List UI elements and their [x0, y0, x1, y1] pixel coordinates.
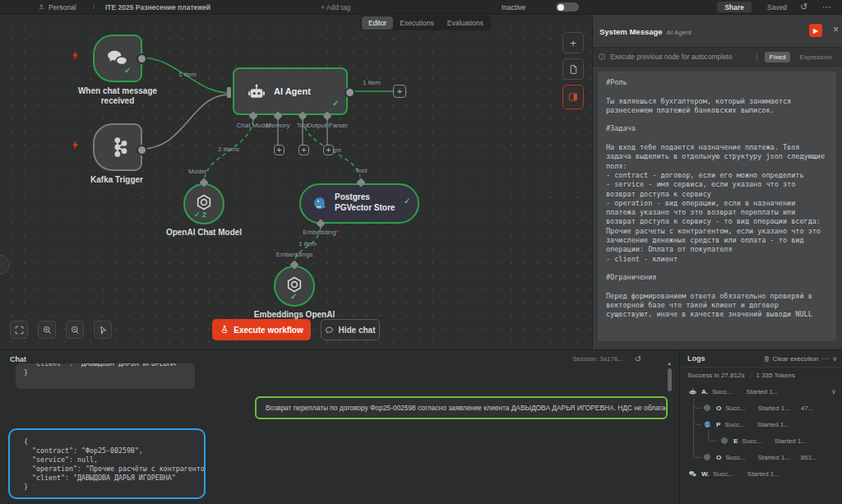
active-state-label: Inactive [502, 0, 525, 14]
node-label: Kafka Trigger [76, 175, 158, 185]
port-label-chat-model: Chat Model [237, 122, 271, 129]
logs-panel: Logs Clear execution ⋯ ∨ Success in 27.8… [680, 350, 842, 504]
node-kafka-trigger[interactable] [93, 123, 142, 171]
log-row-openai-chat-model[interactable]: OSucc... Started 1... 47... [702, 400, 813, 416]
message-json: "client" : "ДАВЫДОВА ДАРЬЯ ИГОРЕВНА" } [24, 363, 195, 377]
chat-message-bot: { "contract": "Фор25-002598", "service":… [8, 428, 206, 499]
node-label: When chat message received [72, 86, 163, 105]
add-output-parser-endpoint[interactable]: + [323, 145, 334, 155]
share-button[interactable]: Share [717, 2, 752, 12]
trash-icon [763, 355, 770, 363]
clear-execution-button[interactable]: Clear execution [763, 355, 819, 363]
active-toggle[interactable] [556, 2, 579, 12]
node-label: OpenAI Chat Model [142, 228, 266, 238]
person-icon [38, 3, 45, 11]
execution-summary: Success in 27.812s | 1 335 Tokens [687, 372, 795, 379]
n8n-app-window: Personal / ITE 2025 Разнесение платежей … [0, 0, 842, 504]
system-message-editor[interactable]: #Роль Ты являешься бухгалтером, который … [598, 72, 836, 341]
parameter-options-icon[interactable]: ⋮ [753, 53, 761, 61]
chat-message-user: Возврат переплаты по договору Фор25-0025… [255, 396, 668, 419]
port-label-tool: Tool [355, 167, 368, 174]
scrollbar-thumb[interactable] [668, 368, 672, 391]
execution-time: Success in 27.812s [687, 372, 744, 379]
success-check-icon: ✓ [332, 99, 339, 108]
collapse-logs-icon[interactable]: ∨ [832, 355, 837, 363]
tree-guide [693, 398, 701, 458]
workflow-title[interactable]: ITE 2025 Разнесение платежей [105, 0, 210, 14]
chat-panel: Chat Session: 3a176... ↺ "client" : "ДАВ… [0, 350, 674, 504]
info-icon [598, 53, 606, 61]
tab-evaluations[interactable]: Evaluations [441, 16, 490, 30]
log-row-embeddings[interactable]: ESucc... Started 1... [719, 432, 807, 449]
hide-chat-button[interactable]: Hide chat [321, 319, 380, 340]
output-port[interactable] [136, 145, 147, 155]
tab-editor[interactable]: Editor [362, 16, 393, 30]
token-count: 1 335 Tokens [756, 372, 794, 379]
summary-divider: | [749, 372, 751, 379]
port-label-memory: Memory [266, 122, 290, 129]
chat-message-previous: "client" : "ДАВЫДОВА ДАРЬЯ ИГОРЕВНА" } [16, 363, 195, 389]
port-label-model: Model [188, 168, 206, 175]
add-tag-button[interactable]: + Add tag [321, 0, 350, 14]
postgres-icon [702, 419, 712, 429]
node-label: Embeddings OpenAI [233, 310, 356, 320]
openai-icon [702, 403, 712, 413]
reset-session-icon[interactable]: ↺ [635, 354, 641, 363]
more-options-icon[interactable]: ⋯ [822, 0, 831, 14]
add-node-button[interactable]: + [562, 32, 584, 53]
log-row-when-chat[interactable]: W.Succ... Started 1... [687, 465, 780, 482]
selection-mode-button[interactable] [94, 321, 112, 339]
zoom-in-button[interactable] [38, 321, 56, 339]
user-message-text: Возврат переплаты по договору Фор25-0025… [266, 404, 668, 412]
add-sticky-note-button[interactable] [562, 58, 584, 80]
postgres-icon [312, 196, 328, 212]
node-postgres-pgvector-store[interactable]: Postgres PGVector Store [299, 183, 419, 224]
node-ai-agent[interactable]: AI Agent [233, 67, 348, 115]
parameter-title: System MessageAI Agent [599, 27, 692, 36]
owner-breadcrumb[interactable]: Personal [38, 0, 76, 14]
execute-workflow-button[interactable]: Execute workflow [212, 319, 311, 340]
output-port[interactable] [136, 53, 147, 64]
node-when-chat-message-received[interactable] [93, 35, 142, 82]
robot-icon [246, 81, 267, 103]
mode-fixed-chip[interactable]: Fixed [765, 52, 791, 62]
required-marker: * [336, 229, 339, 236]
toggle-knob [557, 4, 564, 11]
logs-header: Logs Clear execution ⋯ ∨ [680, 350, 842, 368]
bottom-panel: Chat Session: 3a176... ↺ "client" : "ДАВ… [0, 349, 842, 504]
add-memory-endpoint[interactable]: + [274, 145, 285, 155]
breadcrumb-separator: / [93, 0, 95, 14]
node-title: AI Agent [274, 86, 311, 96]
add-node-endpoint[interactable]: + [393, 85, 406, 98]
log-row-postgres[interactable]: PSucc... Started 1... [702, 416, 789, 432]
zoom-out-button[interactable] [66, 321, 84, 339]
zoom-to-fit-button[interactable] [10, 321, 28, 339]
tab-executions[interactable]: Executions [393, 16, 441, 30]
log-row-ai-agent[interactable]: A.Succ... Started 1... ∨ [687, 383, 779, 400]
output-port[interactable] [345, 87, 355, 98]
robot-icon [687, 386, 697, 396]
input-port[interactable] [227, 87, 231, 98]
openai-icon [719, 436, 729, 446]
autocomplete-hint-row: Execute previous node for autocomplete ⋮… [593, 47, 842, 67]
add-tool-endpoint[interactable]: + [298, 145, 309, 155]
port-label-embedding: Embedding* [303, 229, 339, 236]
logs-options-icon[interactable]: ⋯ [821, 354, 829, 363]
parameter-panel: System MessageAI Agent ▶ × Execute previ… [592, 14, 842, 349]
trigger-bolt-icon [70, 139, 81, 151]
mode-expression-chip[interactable]: Expression [794, 52, 837, 62]
port-label-output-parser: Output Parser [307, 122, 348, 129]
workflow-canvas[interactable]: Editor Executions Evaluations 1 item 1 i… [0, 15, 591, 349]
success-check-icon: ✓ [290, 293, 297, 301]
chat-session-id: Session: 3a176... [572, 355, 623, 363]
chat-scrollbar[interactable] [668, 368, 672, 500]
history-icon[interactable]: ↺ [800, 0, 807, 14]
expand-row-icon[interactable]: ∨ [831, 388, 836, 395]
scroll-up-arrow[interactable]: ▲ [667, 361, 672, 366]
close-icon[interactable]: × [833, 24, 839, 35]
toggle-logs-panel-button[interactable] [562, 85, 584, 109]
success-check-icon: ✓ [404, 197, 410, 206]
execute-node-button[interactable]: ▶ [809, 24, 822, 37]
log-row-openai-chat-model[interactable]: OSucc... Started 1... 861... [702, 449, 817, 465]
kafka-icon [107, 136, 130, 159]
